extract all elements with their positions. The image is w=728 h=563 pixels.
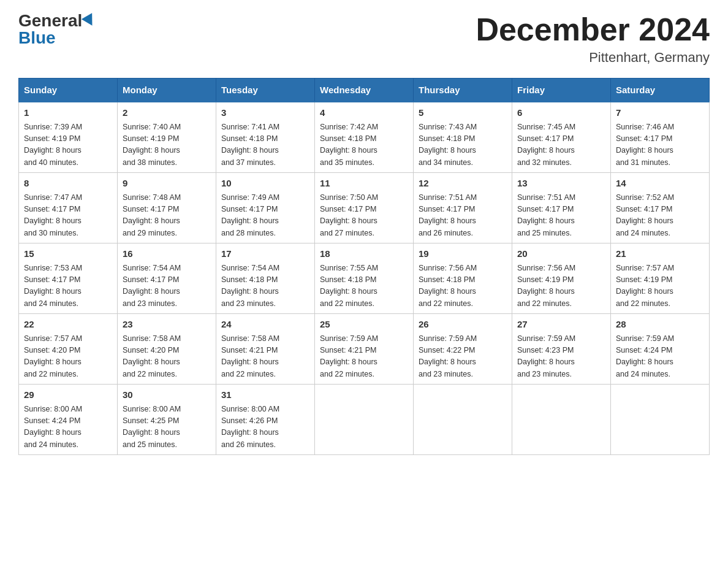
day-number: 30 [123, 388, 211, 402]
calendar-cell: 31Sunrise: 8:00 AMSunset: 4:26 PMDayligh… [216, 385, 315, 455]
day-info: Sunrise: 7:40 AMSunset: 4:19 PMDaylight:… [123, 121, 211, 169]
day-number: 15 [24, 247, 112, 261]
day-number: 25 [320, 318, 408, 332]
day-number: 23 [123, 318, 211, 332]
calendar-cell: 21Sunrise: 7:57 AMSunset: 4:19 PMDayligh… [611, 243, 710, 314]
day-info: Sunrise: 7:57 AMSunset: 4:19 PMDaylight:… [616, 262, 704, 310]
calendar-cell: 30Sunrise: 8:00 AMSunset: 4:25 PMDayligh… [118, 385, 216, 455]
logo-blue-text: Blue [18, 29, 56, 47]
day-number: 8 [24, 177, 112, 191]
day-info: Sunrise: 7:45 AMSunset: 4:17 PMDaylight:… [517, 121, 605, 169]
day-number: 27 [517, 318, 605, 332]
day-number: 5 [419, 106, 507, 120]
day-number: 19 [419, 247, 507, 261]
day-info: Sunrise: 7:55 AMSunset: 4:18 PMDaylight:… [320, 262, 408, 310]
day-info: Sunrise: 7:59 AMSunset: 4:21 PMDaylight:… [320, 333, 408, 381]
calendar-cell: 28Sunrise: 7:59 AMSunset: 4:24 PMDayligh… [611, 314, 710, 385]
header-cell-thursday: Thursday [414, 79, 512, 102]
page-header: General Blue December 2024 Pittenhart, G… [18, 12, 710, 66]
day-number: 21 [616, 247, 704, 261]
day-number: 16 [123, 247, 211, 261]
day-info: Sunrise: 8:00 AMSunset: 4:24 PMDaylight:… [24, 404, 112, 451]
day-number: 28 [616, 318, 704, 332]
day-number: 7 [616, 106, 704, 120]
day-info: Sunrise: 7:59 AMSunset: 4:22 PMDaylight:… [419, 333, 507, 381]
week-row-3: 15Sunrise: 7:53 AMSunset: 4:17 PMDayligh… [19, 243, 710, 314]
calendar-cell: 5Sunrise: 7:43 AMSunset: 4:18 PMDaylight… [414, 102, 512, 173]
calendar-cell: 11Sunrise: 7:50 AMSunset: 4:17 PMDayligh… [315, 173, 414, 243]
week-row-2: 8Sunrise: 7:47 AMSunset: 4:17 PMDaylight… [19, 173, 710, 243]
day-info: Sunrise: 7:59 AMSunset: 4:24 PMDaylight:… [616, 333, 704, 381]
day-number: 6 [517, 106, 605, 120]
day-number: 1 [24, 106, 112, 120]
calendar-cell: 9Sunrise: 7:48 AMSunset: 4:17 PMDaylight… [118, 173, 216, 243]
calendar-cell: 19Sunrise: 7:56 AMSunset: 4:18 PMDayligh… [414, 243, 512, 314]
day-info: Sunrise: 8:00 AMSunset: 4:26 PMDaylight:… [221, 404, 309, 451]
day-number: 24 [221, 318, 309, 332]
calendar-cell: 1Sunrise: 7:39 AMSunset: 4:19 PMDaylight… [19, 102, 118, 173]
day-info: Sunrise: 7:56 AMSunset: 4:19 PMDaylight:… [517, 262, 605, 310]
calendar-cell: 3Sunrise: 7:41 AMSunset: 4:18 PMDaylight… [216, 102, 315, 173]
day-info: Sunrise: 7:42 AMSunset: 4:18 PMDaylight:… [320, 121, 408, 169]
day-info: Sunrise: 7:59 AMSunset: 4:23 PMDaylight:… [517, 333, 605, 381]
day-number: 14 [616, 177, 704, 191]
header-cell-tuesday: Tuesday [216, 79, 315, 102]
day-number: 12 [419, 177, 507, 191]
day-info: Sunrise: 7:43 AMSunset: 4:18 PMDaylight:… [419, 121, 507, 169]
logo-general-text: General [18, 12, 82, 29]
day-info: Sunrise: 7:46 AMSunset: 4:17 PMDaylight:… [616, 121, 704, 169]
calendar-cell [512, 385, 611, 455]
day-number: 11 [320, 177, 408, 191]
day-info: Sunrise: 7:49 AMSunset: 4:17 PMDaylight:… [221, 192, 309, 240]
header-cell-saturday: Saturday [611, 79, 710, 102]
calendar-cell: 10Sunrise: 7:49 AMSunset: 4:17 PMDayligh… [216, 173, 315, 243]
header-row: SundayMondayTuesdayWednesdayThursdayFrid… [19, 79, 710, 102]
calendar-body: 1Sunrise: 7:39 AMSunset: 4:19 PMDaylight… [19, 102, 710, 455]
day-number: 13 [517, 177, 605, 191]
day-number: 9 [123, 177, 211, 191]
calendar-cell [611, 385, 710, 455]
calendar-cell: 26Sunrise: 7:59 AMSunset: 4:22 PMDayligh… [414, 314, 512, 385]
calendar-cell: 17Sunrise: 7:54 AMSunset: 4:18 PMDayligh… [216, 243, 315, 314]
day-info: Sunrise: 8:00 AMSunset: 4:25 PMDaylight:… [123, 404, 211, 451]
calendar-cell: 25Sunrise: 7:59 AMSunset: 4:21 PMDayligh… [315, 314, 414, 385]
location-subtitle: Pittenhart, Germany [476, 50, 710, 66]
calendar-cell: 15Sunrise: 7:53 AMSunset: 4:17 PMDayligh… [19, 243, 118, 314]
calendar-cell: 24Sunrise: 7:58 AMSunset: 4:21 PMDayligh… [216, 314, 315, 385]
month-title: December 2024 [476, 12, 710, 47]
week-row-1: 1Sunrise: 7:39 AMSunset: 4:19 PMDaylight… [19, 102, 710, 173]
header-cell-friday: Friday [512, 79, 611, 102]
calendar-cell [414, 385, 512, 455]
calendar-cell: 23Sunrise: 7:58 AMSunset: 4:20 PMDayligh… [118, 314, 216, 385]
day-info: Sunrise: 7:39 AMSunset: 4:19 PMDaylight:… [24, 121, 112, 169]
day-number: 22 [24, 318, 112, 332]
calendar-cell: 14Sunrise: 7:52 AMSunset: 4:17 PMDayligh… [611, 173, 710, 243]
calendar-cell: 4Sunrise: 7:42 AMSunset: 4:18 PMDaylight… [315, 102, 414, 173]
day-number: 29 [24, 388, 112, 402]
day-number: 26 [419, 318, 507, 332]
calendar-cell [315, 385, 414, 455]
day-info: Sunrise: 7:50 AMSunset: 4:17 PMDaylight:… [320, 192, 408, 240]
day-info: Sunrise: 7:54 AMSunset: 4:17 PMDaylight:… [123, 262, 211, 310]
calendar-cell: 12Sunrise: 7:51 AMSunset: 4:17 PMDayligh… [414, 173, 512, 243]
header-cell-wednesday: Wednesday [315, 79, 414, 102]
calendar-cell: 2Sunrise: 7:40 AMSunset: 4:19 PMDaylight… [118, 102, 216, 173]
day-info: Sunrise: 7:51 AMSunset: 4:17 PMDaylight:… [419, 192, 507, 240]
day-info: Sunrise: 7:41 AMSunset: 4:18 PMDaylight:… [221, 121, 309, 169]
day-number: 2 [123, 106, 211, 120]
logo: General Blue [18, 12, 96, 47]
day-info: Sunrise: 7:58 AMSunset: 4:21 PMDaylight:… [221, 333, 309, 381]
day-info: Sunrise: 7:47 AMSunset: 4:17 PMDaylight:… [24, 192, 112, 240]
calendar-cell: 13Sunrise: 7:51 AMSunset: 4:17 PMDayligh… [512, 173, 611, 243]
day-info: Sunrise: 7:51 AMSunset: 4:17 PMDaylight:… [517, 192, 605, 240]
calendar-table: SundayMondayTuesdayWednesdayThursdayFrid… [18, 78, 710, 455]
calendar-cell: 27Sunrise: 7:59 AMSunset: 4:23 PMDayligh… [512, 314, 611, 385]
calendar-cell: 22Sunrise: 7:57 AMSunset: 4:20 PMDayligh… [19, 314, 118, 385]
calendar-cell: 18Sunrise: 7:55 AMSunset: 4:18 PMDayligh… [315, 243, 414, 314]
calendar-cell: 6Sunrise: 7:45 AMSunset: 4:17 PMDaylight… [512, 102, 611, 173]
title-section: December 2024 Pittenhart, Germany [476, 12, 710, 66]
day-info: Sunrise: 7:58 AMSunset: 4:20 PMDaylight:… [123, 333, 211, 381]
day-info: Sunrise: 7:52 AMSunset: 4:17 PMDaylight:… [616, 192, 704, 240]
calendar-cell: 7Sunrise: 7:46 AMSunset: 4:17 PMDaylight… [611, 102, 710, 173]
calendar-cell: 29Sunrise: 8:00 AMSunset: 4:24 PMDayligh… [19, 385, 118, 455]
